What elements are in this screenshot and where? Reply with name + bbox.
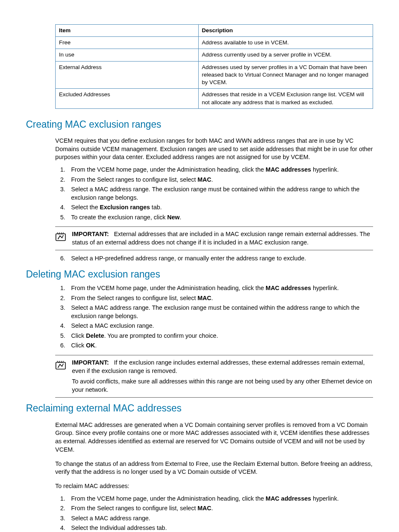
col-desc: Description <box>198 25 373 37</box>
list-item: From the Select ranges to configure list… <box>67 504 373 513</box>
list-item: Select a MAC address range. The exclusio… <box>67 304 373 320</box>
important-label: IMPORTANT: <box>72 231 109 237</box>
body-text: To reclaim MAC addresses: <box>55 482 373 491</box>
note-icon <box>55 230 67 247</box>
body-text: External MAC addresses are generated whe… <box>55 421 373 454</box>
list-item: Select a HP-predefined address range, or… <box>67 254 373 263</box>
list-item: Click Delete. You are prompted to confir… <box>67 332 373 340</box>
list-item: Select a MAC exclusion range. <box>67 322 373 330</box>
list-item: From the Select ranges to configure list… <box>67 176 373 184</box>
important-note: IMPORTANT: External addresses that are i… <box>55 226 373 250</box>
list-item: To create the exclusion range, click New… <box>67 213 373 222</box>
table-row: In use Address currently used by a serve… <box>56 49 373 61</box>
list-item: Select the Exclusion ranges tab. <box>67 203 373 212</box>
list-item: From the VCEM home page, under the Admin… <box>67 495 373 503</box>
list-item: Select a MAC address range. The exclusio… <box>67 185 373 202</box>
list-item: Click OK. <box>67 342 373 350</box>
list-item: Select a MAC address range. <box>67 514 373 523</box>
list-item: From the Select ranges to configure list… <box>67 294 373 303</box>
heading-reclaiming: Reclaiming external MAC addresses <box>26 402 373 415</box>
list-item: From the VCEM home page, under the Admin… <box>67 284 373 293</box>
important-label: IMPORTANT: <box>72 359 109 366</box>
steps-creating-cont: Select a HP-predefined address range, or… <box>55 254 373 263</box>
steps-reclaiming: From the VCEM home page, under the Admin… <box>55 495 373 532</box>
list-item: Select the Individual addresses tab. <box>67 524 373 532</box>
svg-rect-0 <box>56 234 66 241</box>
intro-text: VCEM requires that you define exclusion … <box>55 137 373 162</box>
status-table: Item Description Free Address available … <box>55 24 373 109</box>
list-item: From the VCEM home page, under the Admin… <box>67 166 373 174</box>
table-row: Excluded Addresses Addresses that reside… <box>56 89 373 108</box>
col-item: Item <box>56 25 199 37</box>
steps-creating: From the VCEM home page, under the Admin… <box>55 166 373 221</box>
table-row: Free Address available to use in VCEM. <box>56 37 373 49</box>
steps-deleting: From the VCEM home page, under the Admin… <box>55 284 373 350</box>
note-icon <box>55 359 67 394</box>
body-text: To change the status of an address from … <box>55 460 373 476</box>
important-note: IMPORTANT: If the exclusion range includ… <box>55 355 373 398</box>
heading-creating: Creating MAC exclusion ranges <box>26 118 373 131</box>
svg-rect-1 <box>56 362 66 369</box>
table-row: External Address Addresses used by serve… <box>56 61 373 89</box>
heading-deleting: Deleting MAC exclusion ranges <box>26 268 373 281</box>
